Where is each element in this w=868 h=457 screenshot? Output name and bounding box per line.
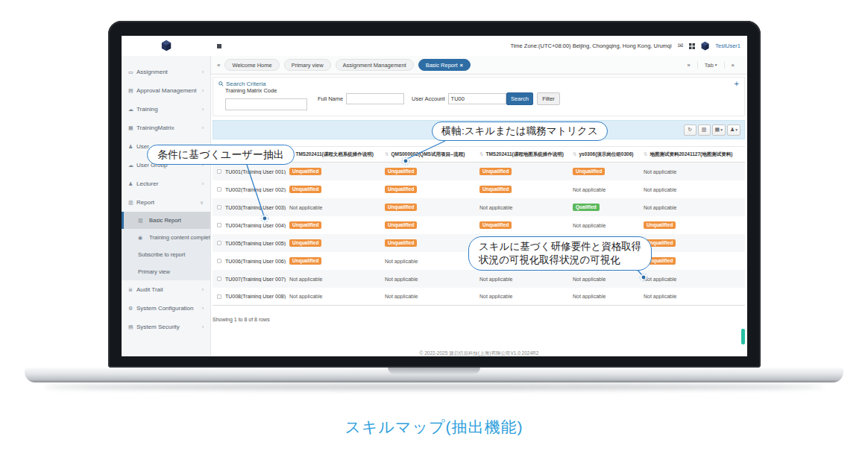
columns-button[interactable]: ▥	[698, 125, 711, 136]
menu-toggle-icon[interactable]	[217, 44, 221, 48]
status-text: Not applicable	[289, 205, 322, 210]
copyright: © 2022-2025 源启信息科技(上海)有限公司V1.0 2024R2	[211, 350, 747, 356]
stage: Time Zone:(UTC+08:00) Beijing, Chongqing…	[0, 0, 868, 457]
column-header[interactable]: ⇅QMS000002(QMS试用项目--流程)	[385, 151, 479, 158]
sort-icon: ⇅	[479, 151, 483, 157]
row-checkbox[interactable]	[217, 205, 221, 209]
column-header[interactable]: ⇅TMS202411(课程文档系统操作说明)	[289, 151, 385, 158]
mail-icon[interactable]: ✉	[678, 42, 684, 49]
status-text: Not applicable	[479, 205, 512, 210]
tab-menu-button[interactable]: Tab ▾	[697, 62, 724, 69]
system-configuration-icon: ⚙	[128, 306, 136, 312]
row-checkbox[interactable]	[217, 294, 221, 299]
table-row[interactable]: TU004(Training User 004)UnqualifiedUnqua…	[213, 216, 745, 234]
row-checkbox[interactable]	[217, 259, 221, 263]
status-text: Not applicable	[644, 187, 676, 192]
sidebar-item-trainingmatrix[interactable]: ▦TrainingMatrix›	[122, 119, 210, 137]
full-name-input[interactable]	[346, 93, 404, 104]
status-badge-unqualified: Unqualified	[573, 168, 605, 176]
column-header[interactable]: ⇅ys0306(演示岗位组0306)	[573, 151, 644, 158]
row-checkbox[interactable]	[217, 187, 221, 192]
close-all-tabs-icon[interactable]: ×	[724, 62, 741, 69]
sidebar-item-lecturer[interactable]: ♟Lecturer›	[122, 174, 210, 193]
row-checkbox[interactable]	[217, 223, 221, 227]
status-badge-unqualified: Unqualified	[289, 257, 321, 265]
status-text: Not applicable	[385, 277, 418, 282]
training-icon: ☁	[128, 107, 136, 113]
sidebar-item-training[interactable]: ☁Training›	[122, 100, 210, 119]
sidebar-item-assignment[interactable]: ▭Assignment›	[122, 63, 210, 81]
table-row[interactable]: TU002(Training User 002)UnqualifiedUnqua…	[213, 180, 745, 198]
status-text: Not applicable	[479, 294, 512, 299]
sidebar-menu: ▭Assignment›▤Approval Management›☁Traini…	[122, 56, 211, 356]
status-text: Not applicable	[289, 277, 322, 282]
search-icon	[218, 81, 224, 86]
row-checkbox[interactable]	[217, 277, 221, 281]
sidebar-subitem-training-content-completion-statu[interactable]: ◉Training content completion statu...	[122, 229, 210, 246]
user-cell: TU005(Training User 005)	[225, 241, 286, 246]
tabs-scroll-right-icon[interactable]: »	[681, 62, 697, 69]
status-badge-unqualified: Unqualified	[289, 239, 321, 248]
annotation-skill-visualization: スキルに基づく研修要件と資格取得 状況の可視化取得状況の可視化	[468, 236, 652, 271]
status-badge-unqualified: Unqualified	[385, 168, 417, 176]
tab-welcome-home[interactable]: Welcome Home	[224, 59, 279, 71]
column-header[interactable]: ⇅TMS202411(课程地图系统操作说明)	[479, 151, 573, 158]
sidebar-item-report[interactable]: ▥Report∨	[122, 193, 210, 212]
tab-close-icon[interactable]: ×	[460, 62, 463, 69]
sidebar-subitem-subscribe-to-report[interactable]: Subscribe to report	[122, 246, 210, 263]
table-row[interactable]: TU008(Training User 008)Not applicableNo…	[213, 288, 745, 306]
image-caption: スキルマップ(抽出機能)	[0, 417, 868, 438]
grid-view-button[interactable]: ▦▾	[712, 125, 726, 136]
sidebar-item-approval-management[interactable]: ▤Approval Management›	[122, 81, 210, 100]
username-label[interactable]: TestUser1	[715, 42, 740, 49]
user-view-icon: ♟	[730, 127, 735, 133]
user-view-button[interactable]: ♟▾	[727, 125, 740, 136]
sidebar-subitem-primary-view[interactable]: Primary view	[122, 263, 210, 280]
scrollbar-thumb[interactable]	[741, 329, 745, 344]
tab-primary-view[interactable]: Primary view	[284, 59, 331, 71]
tab-basic-report[interactable]: Basic Report×	[418, 59, 471, 71]
timezone-label: Time Zone:(UTC+08:00) Beijing, Chongqing…	[510, 42, 671, 49]
refresh-button[interactable]: ↻	[684, 125, 696, 136]
sidebar-item-system-security[interactable]: ▤System Security›	[122, 318, 210, 336]
training-matrix-code-group: Training Matrix Code	[225, 87, 307, 110]
tab-assignment-management[interactable]: Assignment Management	[336, 59, 414, 71]
rows-summary: Showing 1 to 8 of 8 rows	[213, 317, 270, 322]
caret-down-icon: ▾	[715, 63, 717, 67]
sidebar-item-system-configuration[interactable]: ⚙System Configuration›	[122, 299, 210, 318]
laptop-shadow	[45, 384, 823, 390]
table-body: TU001(Training User 001)UnqualifiedUnqua…	[213, 163, 745, 306]
apps-grid-icon[interactable]	[689, 43, 695, 49]
user-account-input[interactable]	[448, 93, 506, 104]
row-checkbox[interactable]	[217, 169, 221, 174]
search-button[interactable]: Search	[506, 92, 533, 105]
table-row[interactable]: TU007(Training User 007)Not applicableNo…	[213, 270, 745, 288]
cube-logo-icon	[161, 40, 172, 51]
laptop-notch	[388, 368, 480, 374]
status-badge-unqualified: Unqualified	[289, 186, 321, 194]
app-logo[interactable]	[122, 40, 211, 51]
row-checkbox[interactable]	[217, 241, 221, 245]
main-content: Search Criteria + Training Matrix Code F…	[211, 75, 747, 356]
chevron-right-icon: ›	[202, 181, 204, 186]
training-matrix-code-input[interactable]	[225, 98, 307, 110]
table-row[interactable]: TU001(Training User 001)UnqualifiedUnqua…	[213, 163, 745, 180]
status-text: Not applicable	[385, 294, 418, 299]
user-group-icon: ☁	[128, 163, 136, 168]
report-icon: ▥	[128, 200, 136, 206]
basic-report-icon: ▥	[138, 218, 146, 224]
user-cell: TU003(Training User 003)	[225, 205, 286, 210]
add-criteria-icon[interactable]: +	[735, 80, 739, 88]
user-avatar[interactable]	[701, 42, 709, 51]
status-text: Not applicable	[289, 294, 322, 299]
annotation-user-extraction: 条件に基づくユーザー抽出	[147, 145, 295, 165]
chevron-right-icon: ›	[202, 69, 204, 75]
tabs-scroll-left-icon[interactable]: «	[217, 62, 220, 69]
sidebar-item-audit-trail[interactable]: ≣Audit Trail›	[122, 280, 210, 299]
table-row[interactable]: TU003(Training User 003)Not applicableUn…	[213, 198, 745, 216]
column-header[interactable]: ⇅地图测试资料20241127(地图测试资料)	[644, 151, 745, 158]
status-badge-unqualified: Unqualified	[289, 168, 321, 176]
sort-icon: ⇅	[573, 151, 576, 157]
filter-button[interactable]: Filter	[537, 92, 560, 105]
sidebar-subitem-basic-report[interactable]: ▥Basic Report	[122, 212, 210, 229]
